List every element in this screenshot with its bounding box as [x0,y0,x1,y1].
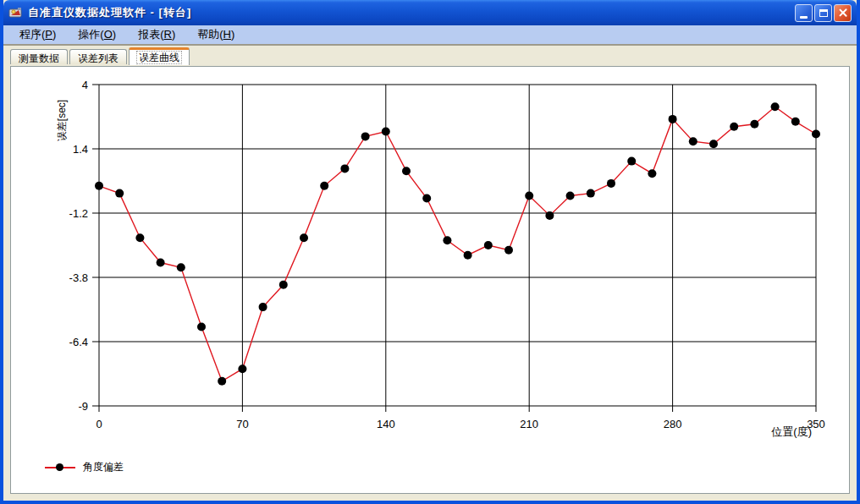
data-point [484,241,493,249]
maximize-button[interactable] [814,4,832,22]
data-point [382,128,390,136]
x-tick-label: 280 [664,418,682,430]
data-point [422,194,431,203]
data-point [443,236,451,244]
data-point [340,164,349,173]
data-point [791,118,800,126]
title-bar: 自准直仪数据处理软件 - [转台] [3,0,857,25]
y-tick-label: 1.4 [73,143,88,156]
data-point [709,140,718,148]
minimize-icon [800,16,808,19]
data-point [730,123,738,131]
x-axis-title: 位置(度) [771,425,812,440]
data-point [115,189,124,198]
data-point [689,137,697,145]
data-point [464,251,472,260]
x-tick-label: 140 [377,418,395,430]
y-tick-label: -9 [78,400,88,413]
data-point [279,281,288,289]
x-tick-label: 70 [236,418,248,430]
app-window: 自准直仪数据处理软件 - [转台] 程序(P) 操作(O) 报表(R) 帮助(H… [0,0,860,504]
close-button[interactable] [834,4,852,22]
menu-help[interactable]: 帮助(H) [186,25,245,45]
data-point [177,263,185,271]
tab-error-list[interactable]: 误差列表 [69,49,127,64]
chart-legend: 角度偏差 [45,460,124,474]
window-title: 自准直仪数据处理软件 - [转台] [28,5,795,20]
data-point [218,377,226,386]
legend-series-label: 角度偏差 [83,460,124,474]
close-icon [838,8,848,18]
app-icon [8,5,24,20]
data-point [95,182,103,190]
tab-measurement-data[interactable]: 测量数据 [10,49,68,64]
minimize-button[interactable] [795,4,813,22]
y-tick-label: -1.2 [69,207,88,220]
data-point [402,167,411,175]
error-curve-page: 41.4-1.2-3.8-6.4-9070140210280350 误差[sec… [10,66,850,494]
data-point [135,233,144,242]
data-point [566,192,575,200]
data-point [238,364,246,373]
tab-error-curve[interactable]: 误差曲线 [129,47,190,65]
data-point [607,179,615,188]
legend-dot-icon [56,463,63,471]
y-tick-label: 4 [82,79,88,91]
y-tick-label: -6.4 [69,336,88,348]
data-point [545,211,554,220]
data-point [361,132,370,140]
y-tick-label: -3.8 [69,271,88,284]
menu-program[interactable]: 程序(P) [8,25,67,45]
menu-operation[interactable]: 操作(O) [67,25,127,45]
data-point [320,182,328,190]
data-point [504,246,513,255]
data-point [259,303,267,311]
y-axis-title: 误差[sec] [55,74,69,167]
data-point [157,259,165,267]
data-point [587,189,595,198]
legend-series-marker [45,463,75,472]
data-point [750,120,758,129]
menu-bar: 程序(P) 操作(O) 报表(R) 帮助(H) [3,25,857,46]
data-point [300,233,308,242]
x-tick-label: 0 [96,418,102,430]
x-tick-label: 210 [520,418,538,430]
maximize-icon [819,9,828,17]
data-point [197,323,206,331]
series-line [99,107,816,381]
data-point [648,169,656,178]
menu-report[interactable]: 报表(R) [127,25,186,45]
data-point [771,102,780,111]
error-curve-chart: 41.4-1.2-3.8-6.4-9070140210280350 [11,67,856,496]
data-point [669,115,677,123]
tab-strip: 测量数据 误差列表 误差曲线 [3,46,857,64]
data-point [627,157,636,166]
data-point [525,192,533,200]
data-point [812,130,820,139]
